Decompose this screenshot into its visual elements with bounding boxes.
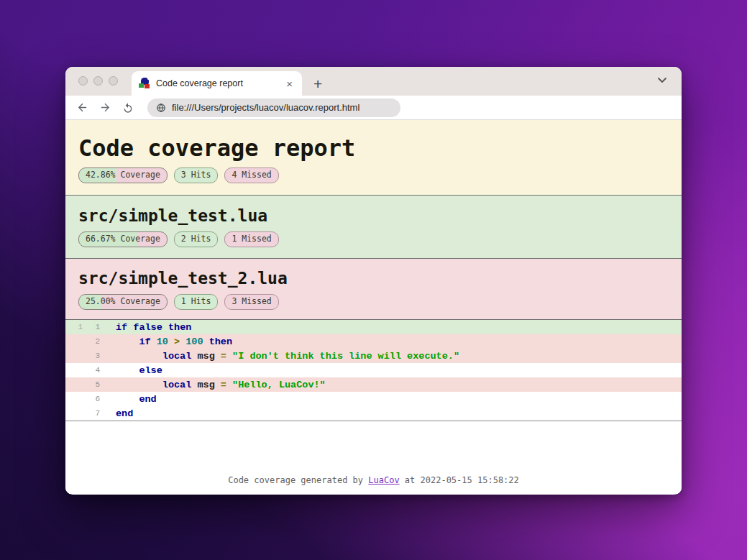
- new-tab-button[interactable]: +: [313, 76, 322, 91]
- file-section-simple-test-2: src/simple_test_2.lua 25.00% Coverage 1 …: [65, 258, 682, 319]
- source-code: local msg = "I don't think this line wil…: [100, 351, 459, 362]
- report-footer: Code coverage generated by LuaCov at 202…: [65, 475, 682, 485]
- address-bar[interactable]: file:///Users/projects/luacov/luacov.rep…: [147, 98, 400, 117]
- file-badges: 25.00% Coverage 1 Hits 3 Missed: [78, 294, 682, 310]
- luacov-favicon-icon: [139, 78, 150, 89]
- url-text: file:///Users/projects/luacov/luacov.rep…: [172, 102, 359, 113]
- coverage-badge: 25.00% Coverage: [78, 294, 168, 310]
- line-number: 3: [83, 352, 100, 360]
- coverage-badge: 42.86% Coverage: [78, 167, 168, 183]
- code-line: 2 if 10 > 100 then: [65, 334, 682, 349]
- maximize-window-button[interactable]: [109, 76, 118, 86]
- code-line: 6 end: [65, 392, 682, 406]
- browser-toolbar: file:///Users/projects/luacov/luacov.rep…: [65, 96, 682, 120]
- file-name: src/simple_test_2.lua: [78, 269, 682, 288]
- reload-icon[interactable]: [120, 100, 136, 116]
- line-number: 1: [83, 323, 100, 331]
- missed-badge: 1 Missed: [224, 231, 278, 247]
- report-page: Code coverage report 42.86% Coverage 3 H…: [65, 120, 682, 494]
- line-number: 7: [83, 409, 100, 418]
- code-block: 11if false then2 if 10 > 100 then3 local…: [65, 319, 682, 421]
- browser-window: Code coverage report × + file:///Users/p…: [65, 67, 682, 495]
- code-line: 11if false then: [65, 320, 682, 334]
- summary-badges: 42.86% Coverage 3 Hits 4 Missed: [78, 167, 682, 183]
- file-section-simple-test: src/simple_test.lua 66.67% Coverage 2 Hi…: [65, 195, 682, 258]
- hits-badge: 3 Hits: [174, 167, 219, 183]
- close-window-button[interactable]: [78, 76, 88, 86]
- tab-code-coverage-report[interactable]: Code coverage report ×: [132, 71, 302, 96]
- file-name: src/simple_test.lua: [78, 206, 682, 225]
- tab-title: Code coverage report: [156, 78, 278, 88]
- luacov-link[interactable]: LuaCov: [368, 475, 399, 485]
- line-number: 5: [83, 380, 100, 389]
- source-code: end: [100, 408, 133, 419]
- source-code: if false then: [100, 322, 191, 333]
- code-line: 4 else: [65, 363, 682, 377]
- hits-badge: 1 Hits: [174, 294, 219, 310]
- source-code: end: [100, 394, 157, 405]
- code-line: 3 local msg = "I don't think this line w…: [65, 349, 682, 363]
- line-number: 6: [83, 395, 100, 403]
- back-icon[interactable]: [74, 100, 90, 116]
- tab-close-icon[interactable]: ×: [284, 78, 295, 90]
- line-hit-count: 1: [65, 323, 83, 331]
- traffic-lights: [78, 76, 118, 86]
- report-header-section: Code coverage report 42.86% Coverage 3 H…: [65, 120, 682, 195]
- source-code: if 10 > 100 then: [100, 336, 232, 347]
- line-number: 4: [83, 366, 100, 375]
- missed-badge: 4 Missed: [224, 167, 278, 183]
- file-badges: 66.67% Coverage 2 Hits 1 Missed: [78, 231, 682, 247]
- source-code: local msg = "Hello, LuaCov!": [100, 380, 326, 390]
- code-line: 5 local msg = "Hello, LuaCov!": [65, 377, 682, 392]
- globe-icon: [156, 103, 166, 113]
- coverage-badge: 66.67% Coverage: [78, 231, 168, 247]
- hits-badge: 2 Hits: [174, 231, 219, 247]
- tab-strip: Code coverage report × +: [65, 67, 682, 96]
- footer-timestamp: at 2022-05-15 15:58:22: [400, 475, 519, 485]
- source-code: else: [100, 365, 162, 376]
- line-number: 2: [83, 337, 100, 346]
- page-title: Code coverage report: [78, 136, 682, 161]
- code-line: 7end: [65, 406, 682, 421]
- minimize-window-button[interactable]: [93, 76, 103, 86]
- chevron-down-icon[interactable]: [657, 77, 667, 83]
- missed-badge: 3 Missed: [224, 294, 278, 310]
- forward-icon[interactable]: [97, 100, 113, 116]
- footer-text: Code coverage generated by: [228, 475, 368, 485]
